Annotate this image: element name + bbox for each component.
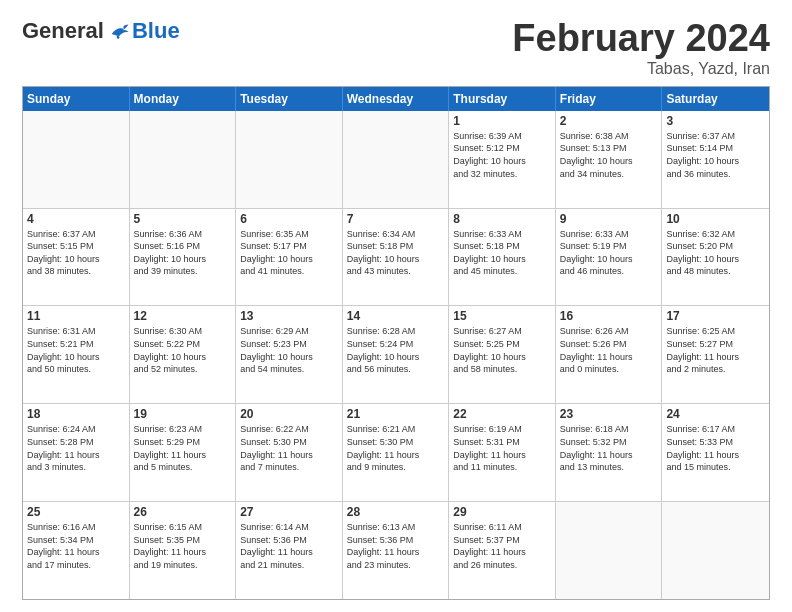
day-info: Sunrise: 6:17 AM Sunset: 5:33 PM Dayligh… [666, 423, 765, 473]
day-number: 24 [666, 407, 765, 421]
day-cell-2-2: 13Sunrise: 6:29 AM Sunset: 5:23 PM Dayli… [236, 306, 343, 403]
day-info: Sunrise: 6:34 AM Sunset: 5:18 PM Dayligh… [347, 228, 445, 278]
day-cell-4-4: 29Sunrise: 6:11 AM Sunset: 5:37 PM Dayli… [449, 502, 556, 599]
day-cell-0-5: 2Sunrise: 6:38 AM Sunset: 5:13 PM Daylig… [556, 111, 663, 208]
day-cell-1-5: 9Sunrise: 6:33 AM Sunset: 5:19 PM Daylig… [556, 209, 663, 306]
day-info: Sunrise: 6:19 AM Sunset: 5:31 PM Dayligh… [453, 423, 551, 473]
logo-general: General [22, 18, 104, 44]
day-info: Sunrise: 6:32 AM Sunset: 5:20 PM Dayligh… [666, 228, 765, 278]
day-info: Sunrise: 6:38 AM Sunset: 5:13 PM Dayligh… [560, 130, 658, 180]
header-wednesday: Wednesday [343, 87, 450, 111]
day-number: 15 [453, 309, 551, 323]
day-info: Sunrise: 6:14 AM Sunset: 5:36 PM Dayligh… [240, 521, 338, 571]
day-number: 17 [666, 309, 765, 323]
header-friday: Friday [556, 87, 663, 111]
day-cell-4-5 [556, 502, 663, 599]
header-saturday: Saturday [662, 87, 769, 111]
calendar-header: Sunday Monday Tuesday Wednesday Thursday… [23, 87, 769, 111]
day-number: 10 [666, 212, 765, 226]
day-number: 1 [453, 114, 551, 128]
week-row-1: 4Sunrise: 6:37 AM Sunset: 5:15 PM Daylig… [23, 209, 769, 307]
calendar-body: 1Sunrise: 6:39 AM Sunset: 5:12 PM Daylig… [23, 111, 769, 599]
logo-bird-icon [108, 22, 130, 40]
logo-text: General Blue [22, 18, 180, 44]
day-number: 11 [27, 309, 125, 323]
day-info: Sunrise: 6:28 AM Sunset: 5:24 PM Dayligh… [347, 325, 445, 375]
day-info: Sunrise: 6:25 AM Sunset: 5:27 PM Dayligh… [666, 325, 765, 375]
day-number: 21 [347, 407, 445, 421]
day-number: 7 [347, 212, 445, 226]
day-cell-0-2 [236, 111, 343, 208]
day-number: 2 [560, 114, 658, 128]
day-info: Sunrise: 6:18 AM Sunset: 5:32 PM Dayligh… [560, 423, 658, 473]
day-cell-3-4: 22Sunrise: 6:19 AM Sunset: 5:31 PM Dayli… [449, 404, 556, 501]
page: General Blue February 2024 Tabas, Yazd, … [0, 0, 792, 612]
week-row-2: 11Sunrise: 6:31 AM Sunset: 5:21 PM Dayli… [23, 306, 769, 404]
calendar: Sunday Monday Tuesday Wednesday Thursday… [22, 86, 770, 600]
day-info: Sunrise: 6:16 AM Sunset: 5:34 PM Dayligh… [27, 521, 125, 571]
day-info: Sunrise: 6:33 AM Sunset: 5:18 PM Dayligh… [453, 228, 551, 278]
day-info: Sunrise: 6:35 AM Sunset: 5:17 PM Dayligh… [240, 228, 338, 278]
logo: General Blue [22, 18, 180, 44]
day-cell-1-1: 5Sunrise: 6:36 AM Sunset: 5:16 PM Daylig… [130, 209, 237, 306]
day-cell-3-5: 23Sunrise: 6:18 AM Sunset: 5:32 PM Dayli… [556, 404, 663, 501]
day-number: 26 [134, 505, 232, 519]
day-info: Sunrise: 6:30 AM Sunset: 5:22 PM Dayligh… [134, 325, 232, 375]
day-cell-2-5: 16Sunrise: 6:26 AM Sunset: 5:26 PM Dayli… [556, 306, 663, 403]
day-info: Sunrise: 6:39 AM Sunset: 5:12 PM Dayligh… [453, 130, 551, 180]
day-cell-4-6 [662, 502, 769, 599]
month-title: February 2024 [512, 18, 770, 60]
day-number: 18 [27, 407, 125, 421]
day-number: 19 [134, 407, 232, 421]
day-cell-3-1: 19Sunrise: 6:23 AM Sunset: 5:29 PM Dayli… [130, 404, 237, 501]
day-number: 5 [134, 212, 232, 226]
day-cell-0-4: 1Sunrise: 6:39 AM Sunset: 5:12 PM Daylig… [449, 111, 556, 208]
day-info: Sunrise: 6:36 AM Sunset: 5:16 PM Dayligh… [134, 228, 232, 278]
day-number: 16 [560, 309, 658, 323]
day-cell-4-0: 25Sunrise: 6:16 AM Sunset: 5:34 PM Dayli… [23, 502, 130, 599]
week-row-0: 1Sunrise: 6:39 AM Sunset: 5:12 PM Daylig… [23, 111, 769, 209]
header-thursday: Thursday [449, 87, 556, 111]
day-cell-0-3 [343, 111, 450, 208]
day-number: 28 [347, 505, 445, 519]
day-number: 9 [560, 212, 658, 226]
day-number: 25 [27, 505, 125, 519]
day-info: Sunrise: 6:29 AM Sunset: 5:23 PM Dayligh… [240, 325, 338, 375]
day-info: Sunrise: 6:21 AM Sunset: 5:30 PM Dayligh… [347, 423, 445, 473]
day-number: 29 [453, 505, 551, 519]
title-area: February 2024 Tabas, Yazd, Iran [512, 18, 770, 78]
logo-blue: Blue [132, 18, 180, 44]
day-cell-3-3: 21Sunrise: 6:21 AM Sunset: 5:30 PM Dayli… [343, 404, 450, 501]
header-sunday: Sunday [23, 87, 130, 111]
day-number: 27 [240, 505, 338, 519]
day-number: 20 [240, 407, 338, 421]
day-number: 8 [453, 212, 551, 226]
day-cell-4-2: 27Sunrise: 6:14 AM Sunset: 5:36 PM Dayli… [236, 502, 343, 599]
day-info: Sunrise: 6:27 AM Sunset: 5:25 PM Dayligh… [453, 325, 551, 375]
week-row-4: 25Sunrise: 6:16 AM Sunset: 5:34 PM Dayli… [23, 502, 769, 599]
day-info: Sunrise: 6:26 AM Sunset: 5:26 PM Dayligh… [560, 325, 658, 375]
day-cell-2-6: 17Sunrise: 6:25 AM Sunset: 5:27 PM Dayli… [662, 306, 769, 403]
day-cell-1-4: 8Sunrise: 6:33 AM Sunset: 5:18 PM Daylig… [449, 209, 556, 306]
day-number: 3 [666, 114, 765, 128]
day-cell-2-3: 14Sunrise: 6:28 AM Sunset: 5:24 PM Dayli… [343, 306, 450, 403]
day-cell-2-4: 15Sunrise: 6:27 AM Sunset: 5:25 PM Dayli… [449, 306, 556, 403]
day-info: Sunrise: 6:24 AM Sunset: 5:28 PM Dayligh… [27, 423, 125, 473]
day-cell-1-6: 10Sunrise: 6:32 AM Sunset: 5:20 PM Dayli… [662, 209, 769, 306]
day-number: 6 [240, 212, 338, 226]
day-number: 23 [560, 407, 658, 421]
day-info: Sunrise: 6:37 AM Sunset: 5:14 PM Dayligh… [666, 130, 765, 180]
day-info: Sunrise: 6:22 AM Sunset: 5:30 PM Dayligh… [240, 423, 338, 473]
day-cell-0-1 [130, 111, 237, 208]
day-cell-3-6: 24Sunrise: 6:17 AM Sunset: 5:33 PM Dayli… [662, 404, 769, 501]
day-info: Sunrise: 6:33 AM Sunset: 5:19 PM Dayligh… [560, 228, 658, 278]
day-number: 13 [240, 309, 338, 323]
header-monday: Monday [130, 87, 237, 111]
day-info: Sunrise: 6:13 AM Sunset: 5:36 PM Dayligh… [347, 521, 445, 571]
day-info: Sunrise: 6:31 AM Sunset: 5:21 PM Dayligh… [27, 325, 125, 375]
day-cell-3-2: 20Sunrise: 6:22 AM Sunset: 5:30 PM Dayli… [236, 404, 343, 501]
day-number: 22 [453, 407, 551, 421]
day-info: Sunrise: 6:15 AM Sunset: 5:35 PM Dayligh… [134, 521, 232, 571]
day-info: Sunrise: 6:11 AM Sunset: 5:37 PM Dayligh… [453, 521, 551, 571]
day-number: 14 [347, 309, 445, 323]
